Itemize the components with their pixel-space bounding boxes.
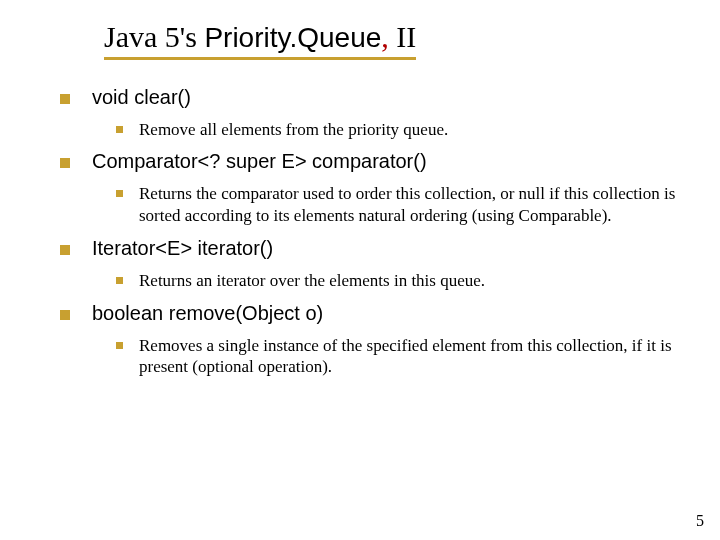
bullet-icon — [116, 126, 123, 133]
page-title: Java 5's Priority.Queue, II — [104, 20, 416, 53]
description-item: Remove all elements from the priority qu… — [116, 119, 690, 141]
bullet-icon — [116, 342, 123, 349]
title-comma: , — [381, 20, 396, 53]
bullet-icon — [116, 277, 123, 284]
method-item: Comparator<? super E> comparator() Retur… — [60, 150, 690, 227]
slide: Java 5's Priority.Queue, II void clear()… — [0, 0, 720, 540]
description-list: Returns an iterator over the elements in… — [116, 270, 690, 292]
description-item: Removes a single instance of the specifi… — [116, 335, 690, 379]
description-list: Remove all elements from the priority qu… — [116, 119, 690, 141]
method-item: Iterator<E> iterator() Returns an iterat… — [60, 237, 690, 292]
description-text: Returns an iterator over the elements in… — [139, 270, 485, 292]
bullet-icon — [60, 245, 70, 255]
title-underline: Java 5's Priority.Queue, II — [104, 20, 416, 60]
method-row: boolean remove(Object o) — [60, 302, 690, 325]
page-number: 5 — [696, 512, 704, 530]
description-list: Removes a single instance of the specifi… — [116, 335, 690, 379]
title-block: Java 5's Priority.Queue, II — [0, 0, 720, 60]
bullet-icon — [60, 310, 70, 320]
title-prefix: Java 5's — [104, 20, 204, 53]
description-list: Returns the comparator used to order thi… — [116, 183, 690, 227]
method-item: void clear() Remove all elements from th… — [60, 86, 690, 141]
title-code: Priority.Queue — [204, 22, 381, 53]
bullet-icon — [60, 158, 70, 168]
method-row: void clear() — [60, 86, 690, 109]
description-text: Returns the comparator used to order thi… — [139, 183, 690, 227]
method-signature: Iterator<E> iterator() — [92, 237, 273, 260]
description-text: Remove all elements from the priority qu… — [139, 119, 448, 141]
method-row: Iterator<E> iterator() — [60, 237, 690, 260]
method-item: boolean remove(Object o) Removes a singl… — [60, 302, 690, 379]
method-signature: void clear() — [92, 86, 191, 109]
description-item: Returns an iterator over the elements in… — [116, 270, 690, 292]
bullet-icon — [116, 190, 123, 197]
bullet-icon — [60, 94, 70, 104]
title-suffix: II — [396, 20, 416, 53]
content: void clear() Remove all elements from th… — [0, 60, 720, 379]
method-signature: Comparator<? super E> comparator() — [92, 150, 427, 173]
method-list: void clear() Remove all elements from th… — [60, 86, 690, 379]
description-text: Removes a single instance of the specifi… — [139, 335, 690, 379]
description-item: Returns the comparator used to order thi… — [116, 183, 690, 227]
method-row: Comparator<? super E> comparator() — [60, 150, 690, 173]
method-signature: boolean remove(Object o) — [92, 302, 323, 325]
